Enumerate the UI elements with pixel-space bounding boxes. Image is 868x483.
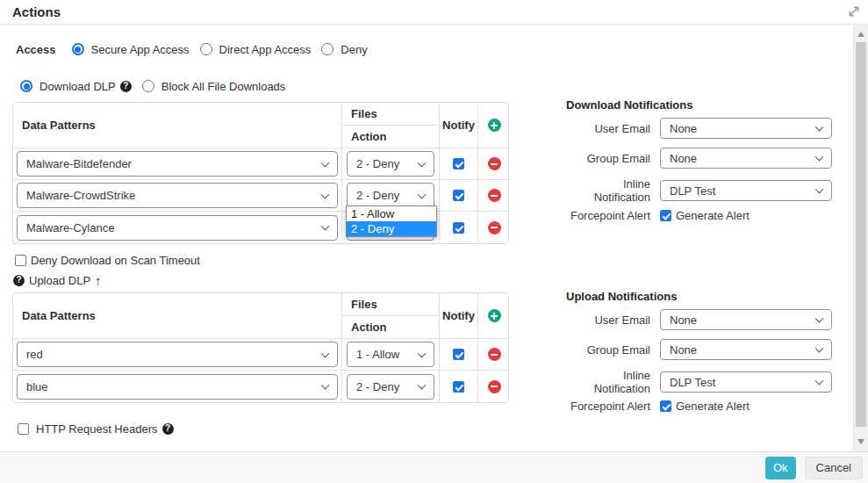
action-cell: 2 - Deny	[342, 371, 440, 402]
pattern-select[interactable]: blue	[17, 374, 338, 400]
notify-checkbox[interactable]	[453, 158, 464, 169]
remove-row-icon[interactable]	[488, 380, 501, 393]
inline-notification-value: DLP Test	[670, 184, 715, 198]
chevron-down-icon	[321, 158, 330, 167]
user-email-select[interactable]: None	[660, 309, 832, 330]
column-header-data-patterns: Data Patterns	[13, 103, 342, 148]
chevron-down-icon	[815, 344, 824, 353]
notify-checkbox[interactable]	[453, 349, 464, 360]
radio-direct-app-access[interactable]	[200, 43, 212, 55]
notify-checkbox[interactable]	[453, 222, 464, 234]
add-row-icon[interactable]	[488, 309, 501, 322]
user-email-row: User Email None	[566, 309, 832, 330]
action-select[interactable]: 2 - Deny	[347, 151, 434, 177]
radio-secure-app-access[interactable]	[72, 43, 84, 55]
deny-scan-timeout-label[interactable]: Deny Download on Scan Timeout	[31, 254, 200, 267]
radio-block-all-downloads-label[interactable]: Block All File Downloads	[161, 80, 286, 93]
scrollbar-up-icon[interactable]	[857, 32, 864, 37]
notify-checkbox[interactable]	[453, 381, 464, 393]
inline-notification-select[interactable]: DLP Test	[660, 371, 832, 393]
pattern-select[interactable]: Malware-CrowdStrike	[17, 183, 338, 208]
action-cell: 2 - Deny	[342, 148, 440, 180]
user-email-label: User Email	[566, 314, 650, 327]
add-row-cell	[478, 293, 510, 339]
radio-download-dlp-label[interactable]: Download DLP	[39, 80, 116, 93]
cancel-button[interactable]: Cancel	[805, 457, 863, 479]
inline-notification-select[interactable]: DLP Test	[660, 180, 832, 201]
remove-cell	[478, 148, 510, 180]
radio-direct-app-access-label[interactable]: Direct App Access	[219, 43, 312, 56]
action-cell: 1 - Allow	[342, 339, 440, 371]
pattern-select[interactable]: Malware-Bitdefender	[17, 151, 338, 177]
radio-secure-app-access-label[interactable]: Secure App Access	[91, 43, 190, 56]
remove-cell	[478, 212, 510, 243]
forcepoint-alert-row: Forcepoint Alert Generate Alert	[566, 209, 750, 222]
chevron-down-icon	[418, 381, 427, 390]
notify-cell	[440, 180, 478, 212]
forcepoint-alert-label: Forcepoint Alert	[566, 400, 650, 413]
generate-alert-checkbox[interactable]	[660, 210, 671, 221]
pattern-select-value: Malware-Cylance	[26, 221, 114, 234]
upload-dlp-row: ? Upload DLP ↑	[13, 273, 102, 287]
user-email-value: None	[670, 122, 697, 135]
column-header-files: Files	[342, 103, 440, 126]
scan-timeout-row: Deny Download on Scan Timeout	[15, 254, 200, 266]
column-header-data-patterns: Data Patterns	[13, 293, 342, 339]
remove-row-icon[interactable]	[488, 189, 501, 202]
remove-row-icon[interactable]	[488, 348, 501, 361]
scrollbar-thumb[interactable]	[856, 42, 866, 427]
access-label: Access	[16, 43, 56, 56]
inline-notification-row: Inline Notification DLP Test	[566, 369, 832, 395]
group-email-label: Group Email	[566, 343, 650, 357]
add-row-icon[interactable]	[488, 119, 501, 132]
ok-button[interactable]: Ok	[765, 457, 796, 479]
actions-dialog: Actions Access Secure App Access Direct …	[0, 0, 868, 483]
pattern-select[interactable]: Malware-Cylance	[17, 215, 338, 241]
dropdown-option-deny[interactable]: 2 - Deny	[347, 221, 436, 236]
upload-dlp-table: Data Patterns Files Notify Action red 1 …	[12, 292, 509, 403]
radio-download-dlp[interactable]	[20, 80, 32, 92]
action-select-value: 2 - Deny	[356, 157, 399, 170]
generate-alert-checkbox[interactable]	[660, 400, 671, 412]
radio-deny[interactable]	[321, 43, 334, 55]
column-header-notify: Notify	[440, 103, 478, 148]
chevron-down-icon	[321, 190, 330, 198]
inline-notification-label: Inline Notification	[566, 369, 650, 395]
chevron-down-icon	[815, 314, 824, 323]
deny-scan-timeout-checkbox[interactable]	[15, 255, 26, 266]
http-request-headers-label[interactable]: HTTP Request Headers	[36, 422, 158, 436]
scrollbar-down-icon[interactable]	[857, 439, 864, 444]
pattern-select-value: Malware-Bitdefender	[26, 157, 132, 170]
generate-alert-label[interactable]: Generate Alert	[676, 400, 750, 413]
remove-row-icon[interactable]	[488, 157, 501, 170]
chevron-down-icon	[418, 349, 427, 357]
vertical-scrollbar[interactable]	[853, 25, 868, 451]
expand-dialog-icon[interactable]	[847, 4, 861, 18]
forcepoint-alert-row: Forcepoint Alert Generate Alert	[566, 400, 750, 413]
radio-block-all-downloads[interactable]	[142, 80, 154, 92]
pattern-select-value: Malware-CrowdStrike	[26, 189, 135, 202]
notify-checkbox[interactable]	[453, 190, 464, 201]
user-email-select[interactable]: None	[660, 118, 832, 139]
pattern-select[interactable]: red	[17, 342, 338, 367]
action-select-open[interactable]: 2 - Deny	[347, 183, 434, 208]
action-select-value: 2 - Deny	[356, 189, 399, 202]
group-email-label: Group Email	[566, 152, 650, 165]
http-headers-help-icon[interactable]: ?	[162, 423, 174, 435]
upload-dlp-label: Upload DLP	[29, 274, 90, 287]
remove-row-icon[interactable]	[488, 221, 501, 234]
download-dlp-help-icon[interactable]: ?	[120, 81, 132, 92]
action-select[interactable]: 2 - Deny	[347, 374, 434, 400]
http-request-headers-checkbox[interactable]	[18, 423, 29, 435]
dropdown-option-allow[interactable]: 1 - Allow	[347, 206, 436, 221]
upload-dlp-help-icon[interactable]: ?	[13, 275, 25, 286]
add-row-cell	[478, 103, 510, 148]
group-email-select[interactable]: None	[660, 148, 832, 169]
action-select[interactable]: 1 - Allow	[347, 342, 434, 367]
notify-cell	[440, 371, 478, 402]
generate-alert-label[interactable]: Generate Alert	[676, 209, 750, 222]
http-headers-row: HTTP Request Headers ?	[18, 422, 174, 435]
radio-deny-label[interactable]: Deny	[341, 43, 367, 56]
chevron-down-icon	[321, 381, 330, 390]
group-email-select[interactable]: None	[660, 339, 832, 360]
